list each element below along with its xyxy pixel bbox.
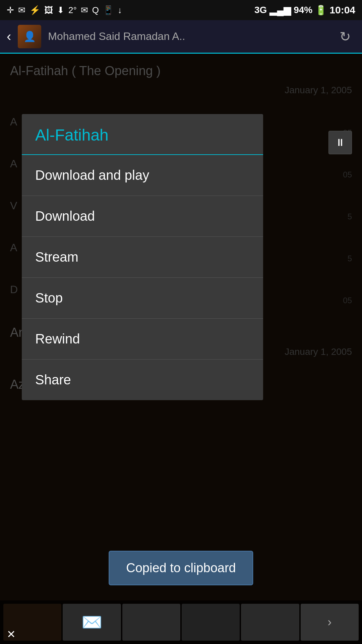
clipboard-toast-text: Copied to clipboard (126, 561, 236, 575)
thumb-5[interactable] (241, 604, 299, 641)
status-bar-left: ✛ ✉ ⚡ 🖼 ⬇ 2° ✉ Q 📱 ↓ (7, 5, 122, 15)
status-bar: ✛ ✉ ⚡ 🖼 ⬇ 2° ✉ Q 📱 ↓ 3G ▂▄▆ 94% 🔋 10:04 (0, 0, 362, 20)
clipboard-toast: Copied to clipboard (109, 551, 253, 585)
menu-item-download-play[interactable]: Download and play (22, 155, 263, 196)
time-display: 10:04 (329, 4, 355, 16)
back-button[interactable]: ‹ (7, 29, 11, 44)
pause-button[interactable]: ⏸ (328, 131, 352, 154)
avatar-image: 👤 (18, 25, 41, 48)
thumb-email-icon: ✉️ (81, 612, 102, 632)
menu-item-stop[interactable]: Stop (22, 278, 263, 319)
bottom-thumbnails-bar: ✉️ › (0, 600, 362, 644)
context-menu-title: Al-Fatihah (35, 126, 250, 144)
battery-icon: 🔋 (315, 5, 327, 16)
thumb-3[interactable] (122, 604, 180, 641)
mail2-icon: ✉ (81, 5, 88, 15)
whatsapp-icon: 📱 (103, 5, 114, 15)
menu-item-share[interactable]: Share (22, 360, 263, 400)
add-icon: ✛ (7, 5, 14, 15)
nav-title: Mohamed Said Ramadan A.. (48, 30, 328, 43)
status-bar-right: 3G ▂▄▆ 94% 🔋 10:04 (254, 4, 355, 16)
context-title-bar: Al-Fatihah (22, 114, 263, 155)
pause-icon: ⏸ (335, 137, 345, 148)
network-type: 3G (254, 5, 267, 15)
refresh-button[interactable]: ↻ (335, 26, 355, 47)
download-icon: ⬇ (57, 5, 64, 15)
usb-icon: ⚡ (29, 5, 40, 15)
signal-bars: ▂▄▆ (269, 5, 291, 16)
temperature-icon: 2° (68, 5, 77, 15)
thumb-6[interactable]: › (301, 604, 359, 641)
context-menu: Al-Fatihah Download and play Download St… (22, 114, 263, 400)
menu-item-rewind[interactable]: Rewind (22, 319, 263, 360)
menu-item-stream[interactable]: Stream (22, 237, 263, 278)
nav-bar: ‹ 👤 Mohamed Said Ramadan A.. ↻ (0, 20, 362, 54)
quiz-icon: Q (92, 5, 99, 15)
email-icon: ✉ (18, 5, 25, 15)
thumb-2-email[interactable]: ✉️ (63, 604, 121, 641)
avatar: 👤 (18, 25, 41, 48)
download2-icon: ↓ (118, 5, 122, 15)
image-icon: 🖼 (44, 5, 53, 15)
close-button[interactable]: ✕ (7, 628, 16, 641)
thumb-4[interactable] (182, 604, 240, 641)
menu-item-download[interactable]: Download (22, 196, 263, 237)
battery-percent: 94% (294, 5, 312, 15)
